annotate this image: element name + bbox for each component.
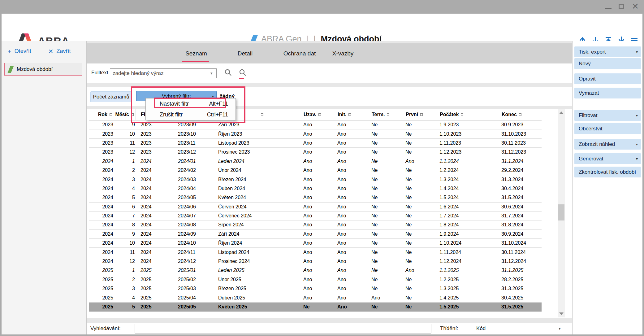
cell-prvni: Ne xyxy=(404,222,438,228)
table-row[interactable]: 20231020232023/10Říjen 2023AnoAnoNeNe1.1… xyxy=(89,129,542,138)
cell-prvni: Ne xyxy=(404,149,438,155)
close-agenda-button[interactable]: ✕ Zavřít xyxy=(48,48,71,55)
zkontrolovat-fisk-obdobi-button[interactable]: Zkontrolovat fisk. období xyxy=(574,167,641,177)
column-header-term[interactable]: Term. xyxy=(370,109,404,120)
column-header-rok[interactable]: Rok xyxy=(89,109,114,120)
open-agenda-button[interactable]: + Otevřít xyxy=(8,48,31,55)
table-row[interactable]: 20241020242024/10Říjen 2024AnoAnoNeNe1.1… xyxy=(89,239,542,248)
sort-icon[interactable] xyxy=(318,113,321,116)
table-row[interactable]: 2025220252025/02Únor 2025AnoAnoNeNe1.2.2… xyxy=(89,275,542,284)
minimize-icon[interactable] xyxy=(605,8,612,9)
fulltext-input[interactable] xyxy=(110,68,217,78)
table-row[interactable]: 2024820242024/08Srpen 2024AnoAnoNeNe1.8.… xyxy=(89,220,542,229)
sort-icon[interactable] xyxy=(461,113,463,116)
sort-icon[interactable] xyxy=(519,113,521,116)
column-header-uzav[interactable]: Uzav. xyxy=(302,109,336,120)
table-row[interactable]: 2024720242024/07Červenec 2024AnoAnoNeNe1… xyxy=(89,212,542,220)
tab-ochrana-dat[interactable]: Ochrana dat xyxy=(283,43,316,63)
table-row[interactable]: 2025320252025/03Březen 2025AnoAnoNeNe1.3… xyxy=(89,284,542,293)
column-header-init[interactable]: Init. xyxy=(336,109,370,120)
cell-rok: 2023 xyxy=(89,149,114,155)
maximize-icon[interactable] xyxy=(619,4,624,9)
close-icon[interactable]: ✕ xyxy=(632,1,639,12)
fulltext-search-icon[interactable] xyxy=(238,68,247,77)
vertical-scrollbar[interactable] xyxy=(558,109,565,317)
tab-detail[interactable]: Detail xyxy=(238,43,253,63)
menu-item-zrusit-filtr[interactable]: Zrušit filtr Ctrl+F11 xyxy=(146,109,236,120)
scrollbar-thumb[interactable] xyxy=(558,204,564,220)
sort-icon[interactable] xyxy=(387,113,389,116)
cell-rok: 2024 xyxy=(89,231,114,237)
record-count-button[interactable]: Počet záznamů xyxy=(90,91,132,102)
cell-init: Ano xyxy=(336,122,370,128)
table-row[interactable]: 2025520252025/05Květen 2025NeAnoNeNe1.5.… xyxy=(89,303,542,312)
cell-fisk: 2024 xyxy=(136,240,176,246)
cell-rok: 2024 xyxy=(89,250,114,255)
column-header-prvni[interactable]: První xyxy=(404,109,438,120)
cell-term: Ne xyxy=(370,149,404,155)
scroll-up-icon[interactable] xyxy=(558,110,565,116)
table-row[interactable]: 2024520242024/05Květen 2024AnoAnoNeNe1.5… xyxy=(89,193,542,202)
button-label: Občerstvit xyxy=(579,126,603,132)
cell-kod: 2025/04 xyxy=(176,295,216,301)
cell-init: Ano xyxy=(336,159,370,164)
generovat-button[interactable]: Generovat▾ xyxy=(574,153,641,164)
novy-button[interactable]: Nový xyxy=(574,58,641,69)
cell-mesic: 2 xyxy=(114,168,136,173)
table-row[interactable]: 20241220242024/12Prosinec 2024AnoAnoNeNe… xyxy=(89,257,542,266)
cell-fisk: 2025 xyxy=(136,304,176,310)
table-row[interactable]: 2023920232023/09Září 2023AnoAnoNeNe1.9.2… xyxy=(89,120,542,129)
cell-fisk: 2024 xyxy=(136,159,176,164)
table-row[interactable]: 2024320242024/03Březen 2024AnoAnoNeNe1.3… xyxy=(89,175,542,184)
sort-select[interactable]: Kód ▼ xyxy=(473,324,564,333)
obcerstvit-button[interactable]: Občerstvit xyxy=(574,123,641,134)
zobrazit-nahled-button[interactable]: Zobrazit náhled▾ xyxy=(574,139,641,150)
vymazat-button[interactable]: Vymazat xyxy=(574,88,641,98)
cell-init: Ano xyxy=(336,250,370,255)
sort-icon[interactable] xyxy=(420,113,423,116)
sort-icon[interactable] xyxy=(110,113,112,116)
tab-x-vazby[interactable]: X-vazby xyxy=(332,43,354,63)
cell-pocatek: 1.2.2024 xyxy=(438,168,500,173)
cell-kod: 2025/05 xyxy=(176,304,216,310)
filtrovat-button[interactable]: Filtrovat▾ xyxy=(574,110,641,121)
cell-term: Ne xyxy=(370,277,404,282)
sort-icon[interactable] xyxy=(348,113,351,116)
table-row[interactable]: 2025420252025/04Duben 2025AnoAnoAnoNe1.4… xyxy=(89,293,542,302)
sidebar-item-mzdova-obdobi[interactable]: Mzdová období xyxy=(4,63,82,76)
cell-mesic: 6 xyxy=(114,204,136,210)
cell-uzav: Ano xyxy=(302,131,336,137)
table-row[interactable]: 2024120242024/01Leden 2024AnoAnoNeAno1.1… xyxy=(89,157,542,166)
tisk-export-button[interactable]: Tisk, export▾ xyxy=(574,46,641,57)
fulltext-panel: Fulltext ▾ xyxy=(87,63,572,83)
search-input[interactable] xyxy=(135,324,431,334)
table-row[interactable]: 20231120232023/11Listopad 2023AnoAnoNeNe… xyxy=(89,139,542,148)
button-label: Tisk, export xyxy=(579,49,606,55)
opravit-button[interactable]: Opravit xyxy=(574,73,641,84)
table-row[interactable]: 2024620242024/06Červen 2024AnoAnoNeNe1.6… xyxy=(89,203,542,212)
table-row[interactable]: 2025120252025/01Leden 2025AnoAnoNeAno1.1… xyxy=(89,266,542,275)
cell-rok: 2025 xyxy=(89,304,114,310)
cell-rok: 2024 xyxy=(89,186,114,191)
cell-mesic: 12 xyxy=(114,149,136,155)
column-header-pocatek[interactable]: Počátek xyxy=(438,109,500,120)
sort-icon[interactable] xyxy=(261,113,263,116)
cell-uzav: Ano xyxy=(302,277,336,282)
button-label: Generovat xyxy=(579,156,603,162)
chevron-down-icon[interactable]: ▾ xyxy=(210,71,213,76)
scroll-down-icon[interactable] xyxy=(558,311,565,317)
menu-item-nastavit-filtr[interactable]: Nastavit filtr Alt+F11 xyxy=(146,98,236,109)
cell-term: Ne xyxy=(370,195,404,200)
column-header-konec[interactable]: Konec xyxy=(500,109,542,120)
cell-prvni: Ne xyxy=(404,122,438,128)
table-row[interactable]: 2024420242024/04Duben 2024AnoAnoNeNe1.4.… xyxy=(89,184,542,193)
table-row[interactable]: 20231220232023/12Prosinec 2023AnoAnoNeNe… xyxy=(89,148,542,157)
search-icon[interactable] xyxy=(224,68,232,77)
cell-rok: 2023 xyxy=(89,140,114,146)
table-row[interactable]: 20241120242024/11Listopad 2024AnoAnoNeNe… xyxy=(89,248,542,257)
cell-konec: 30.9.2023 xyxy=(500,122,542,128)
table-row[interactable]: 2024220242024/02Únor 2024AnoAnoNeNe1.2.2… xyxy=(89,166,542,175)
column-header-mesic[interactable]: Měsíc xyxy=(114,109,136,120)
table-row[interactable]: 2024920242024/09Září 2024AnoAnoNeNe1.9.2… xyxy=(89,230,542,239)
sort-icon[interactable] xyxy=(131,113,134,116)
